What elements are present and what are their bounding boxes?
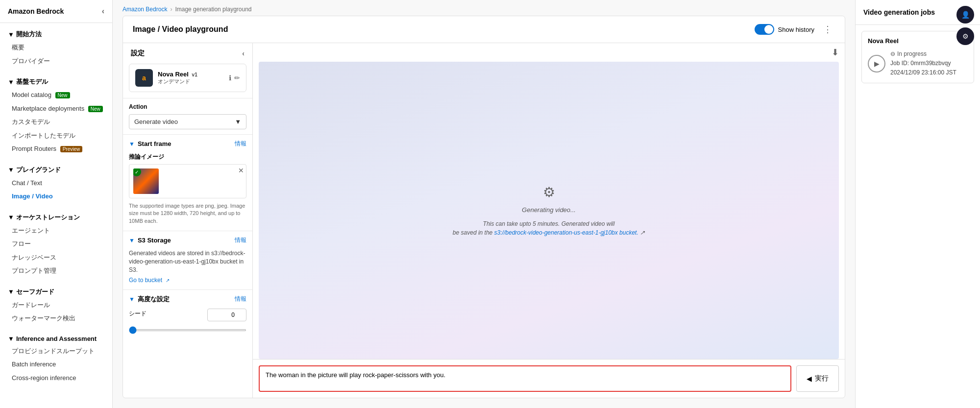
playground-card: Image / Video playground Show history ⋮ … — [122, 16, 845, 398]
settings-collapse-button[interactable]: ‹ — [242, 49, 245, 57]
generating-subtext: This can take upto 5 minutes. Generated … — [453, 219, 645, 237]
job-play-button[interactable]: ▶ — [868, 55, 885, 72]
sidebar-section-title-safeguard: ▼ セーフガード — [0, 284, 112, 298]
sidebar-item-custom-model[interactable]: カスタモデル — [0, 115, 112, 129]
run-button[interactable]: ◀ 実行 — [796, 365, 839, 392]
breadcrumb-home[interactable]: Amazon Bedrock — [122, 6, 167, 13]
preview-badge: Preview — [60, 146, 83, 152]
sidebar: Amazon Bedrock ‹ ▼ 開始方法 概要 プロバイダー ▼ 基盤モデ… — [0, 0, 113, 408]
s3-info[interactable]: 情報 — [235, 236, 246, 244]
job-status-text: In progress — [897, 49, 927, 59]
action-select-chevron: ▼ — [235, 118, 241, 125]
s3-header[interactable]: ▼ S3 Storage 情報 — [123, 231, 252, 249]
model-edit-icon[interactable]: ✏ — [234, 74, 240, 82]
start-frame-content: 推論イメージ ✓ ✕ The supported image types are… — [123, 153, 252, 231]
image-hint: The supported image types are png, jpeg.… — [129, 202, 246, 225]
sidebar-item-knowledge-base[interactable]: ナレッジベース — [0, 251, 112, 264]
sidebar-item-agent[interactable]: エージェント — [0, 224, 112, 238]
playground-more-button[interactable]: ⋮ — [820, 23, 835, 36]
model-card: a Nova Reel v1 オンデマンド ℹ ✏ — [129, 64, 246, 92]
sidebar-item-provider[interactable]: プロバイダー — [0, 54, 112, 68]
sidebar-item-overview[interactable]: 概要 — [0, 41, 112, 54]
playground-wrapper: Image / Video playground Show history ⋮ … — [113, 16, 855, 408]
sidebar-section-inference: ▼ Inference and Assessment プロビジョンドスループット… — [0, 328, 112, 388]
s3-url-link[interactable]: s3://bedrock-video-generation-us-east-1-… — [494, 229, 638, 236]
sidebar-item-marketplace[interactable]: Marketplace deployments New — [0, 102, 112, 116]
job-id: Job ID: 0mrm39bzbvqy — [890, 59, 956, 68]
sidebar-item-batch-inference[interactable]: Batch inference — [0, 358, 112, 371]
action-select[interactable]: Generate video ▼ — [129, 114, 246, 129]
jobs-title: Video generation jobs — [863, 8, 935, 16]
new-badge-catalog: New — [55, 92, 70, 98]
s3-goto-bucket-link[interactable]: Go to bucket — [129, 277, 162, 284]
model-actions: ℹ ✏ — [229, 74, 240, 82]
sidebar-section-title-orchestration: ▼ オーケストレーション — [0, 209, 112, 224]
user-avatar-button[interactable]: 👤 — [956, 6, 974, 24]
model-version: v1 — [192, 72, 198, 77]
sidebar-item-prompt-management[interactable]: プロンプト管理 — [0, 264, 112, 278]
sidebar-item-image-video[interactable]: Image / Video — [0, 190, 112, 203]
generating-text: Generating video... — [522, 206, 576, 214]
show-history-toggle-container: Show history — [755, 24, 814, 35]
sidebar-item-cross-region[interactable]: Cross-region inference — [0, 371, 112, 385]
model-info-icon[interactable]: ℹ — [229, 74, 231, 82]
sidebar-item-provisioned[interactable]: プロビジョンドスループット — [0, 344, 112, 358]
canvas-toolbar: ⬇ — [253, 43, 845, 62]
prompt-input[interactable] — [259, 365, 791, 392]
image-label: 推論イメージ — [129, 153, 246, 161]
sidebar-collapse-button[interactable]: ‹ — [102, 7, 104, 16]
section-arrow-models: ▼ — [8, 78, 14, 86]
job-header: Nova Reel ⋮ — [868, 36, 968, 46]
sidebar-section-playground: ▼ プレイグランド Chat / Text Image / Video — [0, 159, 112, 206]
sidebar-item-model-catalog[interactable]: Model catalog New — [0, 88, 112, 102]
sidebar-header: Amazon Bedrock ‹ — [0, 0, 112, 23]
playground-title: Image / Video playground — [133, 25, 228, 34]
sidebar-item-flow[interactable]: フロー — [0, 237, 112, 251]
action-section: Action Generate video ▼ — [123, 98, 252, 134]
sidebar-item-imported-model[interactable]: インポートしたモデル — [0, 129, 112, 143]
s3-content: Generated videos are stored in s3://bedr… — [123, 249, 252, 289]
s3-description: Generated videos are stored in s3://bedr… — [129, 249, 246, 274]
seed-slider-container — [129, 325, 246, 333]
model-icon: a — [135, 69, 153, 87]
advanced-header[interactable]: ▼ 高度な設定 情報 — [123, 290, 252, 309]
new-badge-marketplace: New — [88, 106, 103, 112]
playground-body: 設定 ‹ a Nova Reel v1 オンデマン — [123, 43, 845, 398]
download-button[interactable]: ⬇ — [832, 47, 839, 58]
advanced-info[interactable]: 情報 — [235, 295, 246, 303]
video-preview: ⚙ Generating video... This can take upto… — [259, 62, 839, 359]
seed-input[interactable] — [207, 309, 246, 321]
model-info: Nova Reel v1 オンデマンド — [158, 71, 224, 85]
s3-section: ▼ S3 Storage 情報 Generated videos are sto… — [123, 231, 252, 289]
sidebar-item-watermark[interactable]: ウォーターマーク検出 — [0, 312, 112, 325]
action-label: Action — [129, 103, 246, 110]
job-model-name: Nova Reel — [868, 37, 899, 45]
canvas-area: ⬇ ⚙ Generating video... This can take up… — [253, 43, 845, 398]
sidebar-section-start: ▼ 開始方法 概要 プロバイダー — [0, 23, 112, 71]
settings-header: 設定 ‹ — [123, 43, 252, 64]
sidebar-item-guardrails[interactable]: ガードレール — [0, 298, 112, 312]
image-upload-area[interactable]: ✓ ✕ — [129, 164, 246, 198]
settings-button[interactable]: ⚙ — [956, 27, 974, 45]
section-arrow-safe: ▼ — [8, 288, 14, 295]
sidebar-item-prompt-routers[interactable]: Prompt Routers Preview — [0, 142, 112, 156]
image-check-icon: ✓ — [133, 168, 141, 176]
start-frame-info[interactable]: 情報 — [235, 140, 246, 148]
image-thumbnail: ✓ — [133, 168, 159, 194]
seed-slider[interactable] — [129, 329, 246, 331]
show-history-toggle[interactable] — [755, 24, 774, 35]
start-frame-section: ▼ Start frame 情報 推論イメージ ✓ ✕ — [123, 134, 252, 231]
sidebar-section-models: ▼ 基盤モデル Model catalog New Marketplace de… — [0, 71, 112, 159]
sidebar-item-chat-text[interactable]: Chat / Text — [0, 176, 112, 190]
jobs-panel: Video generation jobs ✕ Nova Reel ⋮ ▶ ⊖ … — [855, 0, 980, 408]
playground-header-right: Show history ⋮ — [755, 23, 835, 36]
section-arrow-inf: ▼ — [8, 335, 14, 342]
advanced-content: シード — [123, 309, 252, 338]
job-details: ⊖ In progress Job ID: 0mrm39bzbvqy 2024/… — [890, 49, 956, 78]
start-frame-header[interactable]: ▼ Start frame 情報 — [123, 135, 252, 153]
sidebar-section-title-models: ▼ 基盤モデル — [0, 73, 112, 88]
section-arrow-start: ▼ — [8, 31, 14, 38]
image-close-button[interactable]: ✕ — [238, 167, 244, 174]
s3-open-icon: ↗ — [640, 229, 645, 236]
sidebar-section-title-start: ▼ 開始方法 — [0, 26, 112, 41]
